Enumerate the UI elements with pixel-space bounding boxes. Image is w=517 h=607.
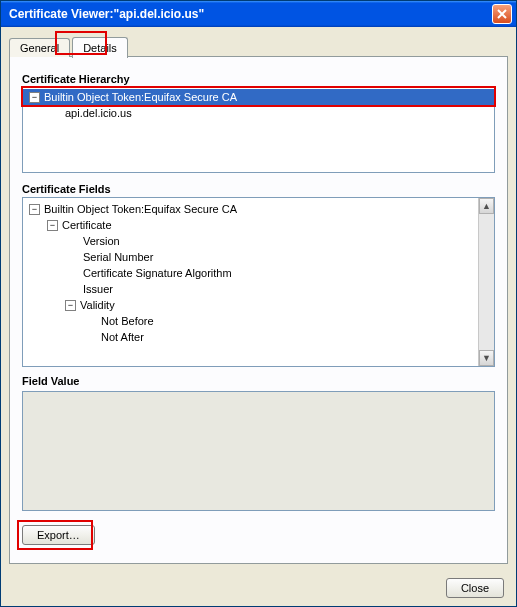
export-button[interactable]: Export…	[22, 525, 95, 545]
tree-item-label: api.del.icio.us	[65, 107, 132, 119]
fields-item-sigalg[interactable]: Certificate Signature Algorithm	[23, 265, 478, 281]
certificate-viewer-window: Certificate Viewer:"api.del.icio.us" Gen…	[0, 0, 517, 607]
cert-fields-tree[interactable]: − Builtin Object Token:Equifax Secure CA…	[22, 197, 495, 367]
titlebar[interactable]: Certificate Viewer:"api.del.icio.us"	[1, 1, 516, 27]
tree-item-label: Serial Number	[83, 251, 153, 263]
cert-hierarchy-tree[interactable]: − Builtin Object Token:Equifax Secure CA…	[22, 87, 495, 173]
fields-item-issuer[interactable]: Issuer	[23, 281, 478, 297]
tab-details[interactable]: Details	[72, 37, 128, 58]
fields-item-validity[interactable]: − Validity	[23, 297, 478, 313]
tree-item-label: Issuer	[83, 283, 113, 295]
window-title: Certificate Viewer:"api.del.icio.us"	[9, 7, 492, 21]
tab-panel-details: Certificate Hierarchy − Builtin Object T…	[9, 56, 508, 564]
collapse-icon[interactable]: −	[29, 92, 40, 103]
client-area: General Details Certificate Hierarchy − …	[1, 27, 516, 570]
field-value-display	[22, 391, 495, 511]
tree-item-label: Builtin Object Token:Equifax Secure CA	[44, 203, 237, 215]
scroll-up-icon[interactable]: ▲	[479, 198, 494, 214]
tree-item-label: Not Before	[101, 315, 154, 327]
tab-label: General	[20, 42, 59, 54]
button-label: Close	[461, 582, 489, 594]
scroll-track[interactable]	[479, 214, 494, 350]
fields-item-certificate[interactable]: − Certificate	[23, 217, 478, 233]
hierarchy-label: Certificate Hierarchy	[22, 73, 495, 85]
collapse-icon[interactable]: −	[29, 204, 40, 215]
fields-item-notbefore[interactable]: Not Before	[23, 313, 478, 329]
fields-item-version[interactable]: Version	[23, 233, 478, 249]
fields-item-serial[interactable]: Serial Number	[23, 249, 478, 265]
tree-item-label: Validity	[80, 299, 115, 311]
tree-item-label: Builtin Object Token:Equifax Secure CA	[44, 91, 237, 103]
fields-item-root[interactable]: − Builtin Object Token:Equifax Secure CA	[23, 201, 478, 217]
button-label: Export…	[37, 529, 80, 541]
tab-strip: General Details	[9, 35, 508, 57]
hierarchy-item-root[interactable]: − Builtin Object Token:Equifax Secure CA	[23, 89, 494, 105]
fields-label: Certificate Fields	[22, 183, 495, 195]
tab-label: Details	[83, 42, 117, 54]
hierarchy-item-leaf[interactable]: api.del.icio.us	[23, 105, 494, 121]
scroll-down-icon[interactable]: ▼	[479, 350, 494, 366]
tree-item-label: Certificate Signature Algorithm	[83, 267, 232, 279]
collapse-icon[interactable]: −	[65, 300, 76, 311]
collapse-icon[interactable]: −	[47, 220, 58, 231]
tree-item-label: Version	[83, 235, 120, 247]
close-button[interactable]: Close	[446, 578, 504, 598]
tree-item-label: Not After	[101, 331, 144, 343]
fields-scrollbar[interactable]: ▲ ▼	[478, 198, 494, 366]
dialog-button-bar: Close	[1, 570, 516, 606]
tab-general[interactable]: General	[9, 38, 70, 57]
tree-item-label: Certificate	[62, 219, 112, 231]
field-value-label: Field Value	[22, 375, 495, 387]
fields-item-notafter[interactable]: Not After	[23, 329, 478, 345]
close-icon[interactable]	[492, 4, 512, 24]
